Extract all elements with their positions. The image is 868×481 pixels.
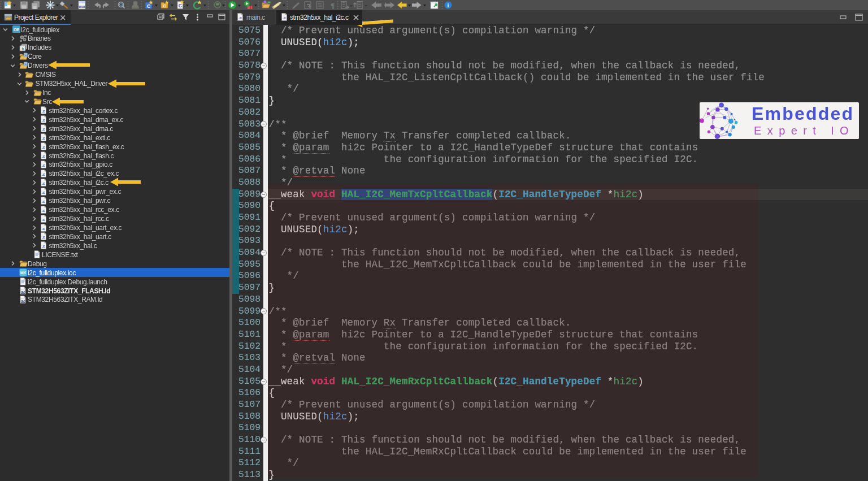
svg-text:i: i (448, 2, 449, 8)
svg-text:C: C (163, 4, 166, 8)
svg-text:¶: ¶ (331, 1, 335, 10)
svg-text:010: 010 (79, 5, 85, 9)
svg-text:C: C (179, 3, 182, 8)
